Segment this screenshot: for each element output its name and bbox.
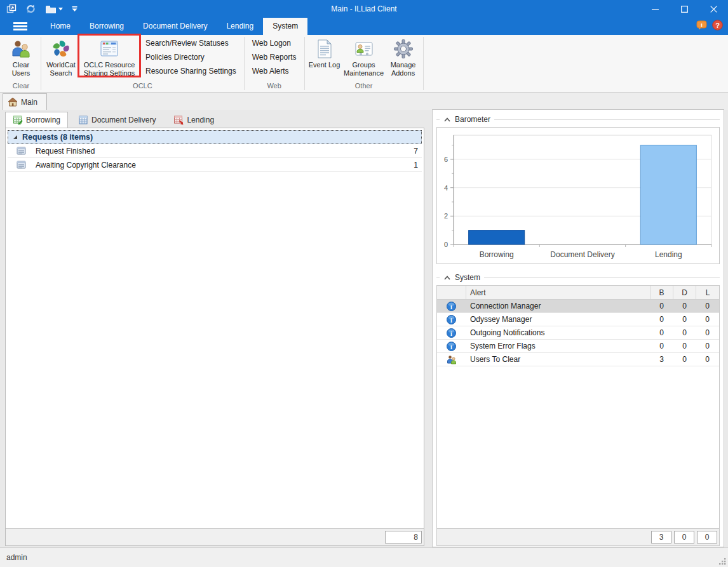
system-alert-row[interactable]: iSystem Error Flags000: [437, 340, 719, 353]
doc-tab-main[interactable]: Main: [3, 93, 47, 110]
group-separator: [423, 37, 424, 90]
worldcat-search-button[interactable]: WorldCat Search: [43, 36, 79, 77]
button-label: Groups Maintenance: [343, 61, 385, 77]
app-window-icon[interactable]: [6, 4, 17, 14]
clear-users-icon: [11, 38, 31, 60]
open-folder-button[interactable]: [45, 4, 63, 14]
subtab-label: Borrowing: [26, 116, 60, 124]
ribbon-group-oclc: WorldCat Search: [41, 35, 244, 92]
notification-bubble-icon[interactable]: i: [696, 20, 707, 32]
close-button[interactable]: [699, 0, 728, 18]
policies-directory-button[interactable]: Policies Directory: [142, 51, 243, 65]
document-tab-bar: Main: [0, 93, 728, 110]
system-table-header: Alert B D L: [437, 286, 719, 300]
system-total-b: 3: [651, 531, 671, 544]
clear-users-button[interactable]: Clear Users: [3, 36, 39, 77]
title-bar: Main - ILLiad Client: [0, 0, 728, 18]
info-icon: i: [437, 313, 466, 326]
request-count: 7: [396, 147, 422, 156]
column-d[interactable]: D: [673, 286, 696, 299]
resource-sharing-settings-button[interactable]: Resource Sharing Settings: [142, 65, 243, 79]
status-bar: admin: [0, 547, 728, 567]
refresh-button[interactable]: [25, 4, 36, 14]
help-icon[interactable]: ?: [712, 20, 723, 32]
search-review-statuses-button[interactable]: Search/Review Statuses: [142, 37, 243, 51]
manage-addons-button[interactable]: Manage Addons: [385, 36, 422, 77]
svg-text:2: 2: [444, 212, 448, 220]
column-alert[interactable]: Alert: [466, 286, 650, 299]
lending-grid-icon: [173, 115, 184, 125]
info-icon: i: [437, 300, 466, 312]
collapse-chevron-icon: [443, 117, 451, 123]
collapse-triangle-icon: [13, 135, 17, 139]
svg-text:6: 6: [444, 156, 448, 163]
alert-count-d: 0: [673, 313, 696, 326]
subtab-lending[interactable]: Lending: [166, 112, 222, 128]
subtab-borrowing[interactable]: Borrowing: [5, 112, 68, 128]
alert-count-b: 3: [650, 353, 673, 366]
requests-group-label: Requests (8 items): [22, 133, 93, 142]
event-log-button[interactable]: Event Log: [306, 36, 343, 69]
system-total-d: 0: [674, 531, 694, 544]
alert-count-d: 0: [673, 300, 696, 312]
groups-maintenance-button[interactable]: Groups Maintenance: [343, 36, 385, 77]
chevron-down-icon: [58, 8, 63, 11]
column-l[interactable]: L: [696, 286, 719, 299]
menu-button[interactable]: [0, 18, 41, 35]
process-type-tabs: Borrowing Document Delivery Lending: [5, 112, 424, 128]
ribbon-help-area: i ?: [696, 20, 723, 32]
alert-count-b: 0: [650, 326, 673, 339]
system-empty-area: [437, 366, 719, 528]
system-rows: iConnection Manager000iOdyssey Manager00…: [437, 300, 719, 366]
system-header[interactable]: System: [436, 272, 720, 283]
alert-count-b: 0: [650, 300, 673, 312]
button-label: Clear Users: [3, 61, 39, 77]
users-icon: [437, 353, 466, 366]
system-alert-row[interactable]: iConnection Manager000: [437, 300, 719, 313]
svg-text:i: i: [450, 330, 452, 337]
tab-system[interactable]: System: [263, 18, 307, 35]
group-label-web: Web: [245, 81, 304, 92]
requests-group-header[interactable]: Requests (8 items): [8, 130, 422, 144]
barometer-chart: 0246BorrowingDocument DeliveryLending: [437, 128, 719, 262]
request-count: 1: [396, 161, 422, 170]
subtab-label: Document Delivery: [91, 116, 156, 124]
resize-grip[interactable]: [718, 557, 727, 566]
barometer-header[interactable]: Barometer: [436, 114, 720, 125]
request-status-row[interactable]: Awaiting Copyright Clearance1: [8, 158, 422, 172]
web-reports-button[interactable]: Web Reports: [248, 51, 303, 65]
column-b[interactable]: B: [650, 286, 673, 299]
tab-home[interactable]: Home: [41, 18, 80, 35]
worldcat-icon: [51, 38, 71, 60]
hamburger-icon: [13, 21, 27, 32]
maximize-button[interactable]: [670, 0, 699, 18]
request-status-row[interactable]: Request Finished7: [8, 144, 422, 158]
customize-toolbar-button[interactable]: [72, 6, 78, 12]
svg-text:Document Delivery: Document Delivery: [550, 250, 614, 259]
logged-in-user: admin: [6, 553, 27, 562]
minimize-button[interactable]: [640, 0, 670, 18]
alert-name: System Error Flags: [466, 340, 650, 352]
web-logon-button[interactable]: Web Logon: [248, 37, 303, 51]
svg-text:Borrowing: Borrowing: [480, 250, 514, 259]
requests-total-box: 8: [385, 531, 422, 544]
web-alerts-button[interactable]: Web Alerts: [248, 65, 303, 79]
system-total-l: 0: [697, 531, 717, 544]
system-alert-row[interactable]: Users To Clear300: [437, 353, 719, 366]
group-label-clear: Clear: [1, 81, 41, 92]
request-grid-icon: [17, 146, 27, 156]
doc-tab-label: Main: [21, 98, 37, 107]
alert-name: Odyssey Manager: [466, 313, 650, 326]
oclc-resource-sharing-settings-button[interactable]: OCLC Resource Sharing Settings: [79, 36, 139, 77]
ribbon-group-clear: Clear Users Clear: [1, 35, 41, 92]
subtab-document-delivery[interactable]: Document Delivery: [71, 112, 163, 128]
alert-count-l: 0: [696, 326, 719, 339]
svg-text:i: i: [450, 343, 452, 350]
system-alert-row[interactable]: iOdyssey Manager000: [437, 313, 719, 326]
request-rows: Request Finished7Awaiting Copyright Clea…: [8, 144, 422, 172]
tab-borrowing[interactable]: Borrowing: [80, 18, 133, 35]
system-alert-row[interactable]: iOutgoing Notifications000: [437, 326, 719, 340]
tab-lending[interactable]: Lending: [217, 18, 263, 35]
tab-document-delivery[interactable]: Document Delivery: [133, 18, 217, 35]
alert-count-d: 0: [673, 340, 696, 352]
